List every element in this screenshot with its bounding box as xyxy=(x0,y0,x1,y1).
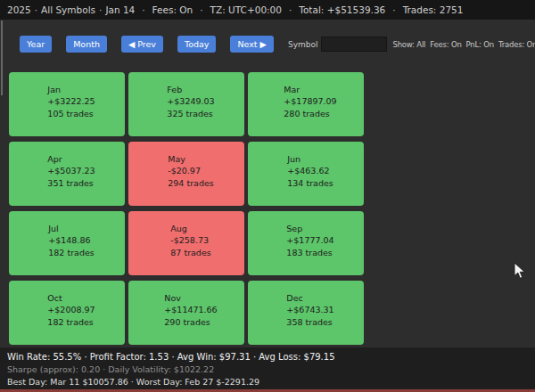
symbols-stat: All Symbols xyxy=(41,4,95,15)
month-trades: 358 trades xyxy=(286,316,333,328)
month-card-may[interactable]: May -$20.97 294 trades xyxy=(128,142,244,206)
month-card-nov[interactable]: Nov +$11471.66 290 trades xyxy=(128,281,244,345)
month-name: Apr xyxy=(47,153,95,165)
month-pnl: +$5037.23 xyxy=(47,165,95,176)
month-pnl: +$463.62 xyxy=(287,165,333,176)
month-card-content: Oct +$2008.97 182 trades xyxy=(47,292,95,328)
month-name: Sep xyxy=(286,223,333,234)
separator: · xyxy=(35,4,37,15)
month-pnl: +$3249.03 xyxy=(167,95,214,107)
prev-button[interactable]: ◀ Prev xyxy=(121,36,163,53)
month-name: Jun xyxy=(287,153,333,165)
today-button[interactable]: Today xyxy=(177,36,216,53)
toggle-group: Show: All Fees: On PnL: On Trades: On We… xyxy=(392,40,535,49)
separator: · xyxy=(289,4,292,15)
month-name: Aug xyxy=(170,223,210,234)
toggle-show[interactable]: Show: All xyxy=(392,40,425,49)
month-trades: 290 trades xyxy=(164,316,217,328)
month-pnl: +$6743.31 xyxy=(286,304,333,315)
month-name: Jul xyxy=(48,223,94,234)
timezone-stat: TZ: UTC+00:00 xyxy=(210,4,282,15)
month-card-content: Apr +$5037.23 351 trades xyxy=(47,153,95,189)
stats-panel: Win Rate: 55.5% · Profit Factor: 1.53 · … xyxy=(0,347,535,389)
month-pnl: +$17897.09 xyxy=(284,95,336,107)
month-trades: 280 trades xyxy=(284,108,336,119)
month-name: May xyxy=(168,153,213,165)
window-edge-artifact xyxy=(1,20,3,95)
month-card-jan[interactable]: Jan +$3222.25 105 trades xyxy=(9,72,125,136)
month-trades: 325 trades xyxy=(167,108,214,119)
year-stat: 2025 xyxy=(7,4,31,15)
stats-line-secondary: Sharpe (approx): 0.20 · Daily Volatility… xyxy=(7,363,535,376)
stats-line-extremes: Best Day: Mar 11 $10057.86 · Worst Day: … xyxy=(7,376,535,388)
toggle-trades[interactable]: Trades: On xyxy=(498,40,535,49)
month-card-content: Mar +$17897.09 280 trades xyxy=(284,84,336,119)
next-button[interactable]: Next ▶ xyxy=(230,36,273,53)
month-card-aug[interactable]: Aug -$258.73 87 trades xyxy=(128,211,244,275)
month-card-oct[interactable]: Oct +$2008.97 182 trades xyxy=(9,281,125,345)
fees-stat: Fees: On xyxy=(152,4,193,15)
month-card-jun[interactable]: Jun +$463.62 134 trades xyxy=(248,142,364,206)
separator: · xyxy=(392,4,395,15)
month-card-content: Jun +$463.62 134 trades xyxy=(287,153,333,189)
month-trades: 182 trades xyxy=(48,247,94,258)
month-name: Oct xyxy=(47,292,95,304)
month-trades: 351 trades xyxy=(47,177,95,189)
separator: · xyxy=(142,4,144,15)
month-card-sep[interactable]: Sep +$1777.04 183 trades xyxy=(248,211,364,275)
month-trades: 182 trades xyxy=(47,316,95,328)
month-pnl: +$3222.25 xyxy=(47,95,95,107)
top-status-bar: 2025·All Symbols·Jan 14·Fees: On·TZ: UTC… xyxy=(0,0,535,20)
month-trades: 183 trades xyxy=(286,247,333,258)
month-pnl: -$258.73 xyxy=(170,234,210,246)
symbol-input[interactable] xyxy=(321,37,387,52)
toggle-pnl[interactable]: PnL: On xyxy=(466,40,494,49)
trading-calendar-app: 2025·All Symbols·Jan 14·Fees: On·TZ: UTC… xyxy=(0,0,535,392)
date-stat: Jan 14 xyxy=(105,4,135,15)
month-trades: 105 trades xyxy=(47,108,95,119)
month-trades: 294 trades xyxy=(168,177,213,189)
stats-line-primary: Win Rate: 55.5% · Profit Factor: 1.53 · … xyxy=(7,350,535,363)
month-trades: 134 trades xyxy=(287,177,333,189)
symbol-label: Symbol xyxy=(288,40,318,49)
month-pnl: +$1777.04 xyxy=(286,234,333,246)
month-pnl: +$148.86 xyxy=(48,234,94,246)
month-trades: 87 trades xyxy=(170,247,210,258)
month-name: Nov xyxy=(164,292,217,304)
mouse-cursor xyxy=(514,262,526,280)
toolbar: Year Month ◀ Prev Today Next ▶ Symbol Sh… xyxy=(0,35,535,53)
toggle-fees[interactable]: Fees: On xyxy=(430,40,461,49)
month-name: Feb xyxy=(167,84,214,95)
total-stat: Total: +$51539.36 xyxy=(299,4,385,15)
month-button[interactable]: Month xyxy=(66,36,107,53)
month-card-apr[interactable]: Apr +$5037.23 351 trades xyxy=(9,142,125,206)
month-card-content: Jan +$3222.25 105 trades xyxy=(47,84,95,119)
month-card-content: May -$20.97 294 trades xyxy=(168,153,213,189)
month-card-content: Jul +$148.86 182 trades xyxy=(48,223,94,258)
year-button[interactable]: Year xyxy=(20,36,52,53)
separator: · xyxy=(200,4,202,15)
month-card-content: Nov +$11471.66 290 trades xyxy=(164,292,217,328)
month-pnl: -$20.97 xyxy=(168,165,213,176)
month-card-content: Sep +$1777.04 183 trades xyxy=(286,223,333,258)
month-card-jul[interactable]: Jul +$148.86 182 trades xyxy=(9,211,125,275)
month-card-dec[interactable]: Dec +$6743.31 358 trades xyxy=(248,281,364,345)
month-card-content: Feb +$3249.03 325 trades xyxy=(167,84,214,119)
month-card-feb[interactable]: Feb +$3249.03 325 trades xyxy=(128,72,244,136)
separator: · xyxy=(99,4,102,15)
trades-stat: Trades: 2751 xyxy=(403,4,464,15)
month-name: Dec xyxy=(286,292,333,304)
month-pnl: +$2008.97 xyxy=(47,304,95,315)
month-card-content: Dec +$6743.31 358 trades xyxy=(286,292,333,328)
month-card-mar[interactable]: Mar +$17897.09 280 trades xyxy=(248,72,364,136)
month-pnl: +$11471.66 xyxy=(164,304,217,315)
month-name: Mar xyxy=(284,84,336,95)
month-name: Jan xyxy=(47,84,95,95)
month-grid: Jan +$3222.25 105 trades Feb +$3249.03 3… xyxy=(9,72,364,345)
month-card-content: Aug -$258.73 87 trades xyxy=(170,223,210,258)
